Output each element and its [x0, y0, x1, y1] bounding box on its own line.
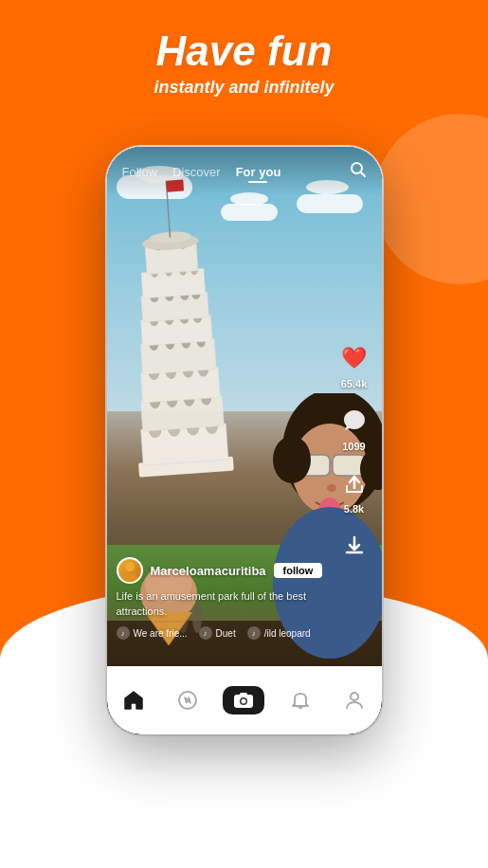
- tab-discover[interactable]: Discover: [172, 165, 221, 179]
- share-icon: [336, 465, 372, 501]
- phone-body: Follow Discover For you ❤️ 65.4k: [107, 147, 382, 734]
- camera-icon: [223, 686, 264, 714]
- svg-line-71: [360, 172, 365, 176]
- bell-icon: [289, 689, 312, 712]
- sound-label-2: Duet: [216, 628, 236, 639]
- sound-item-2[interactable]: ♪ Duet: [199, 626, 236, 640]
- phone-screen: Follow Discover For you ❤️ 65.4k: [107, 147, 382, 734]
- nav-discover[interactable]: [169, 689, 207, 712]
- home-icon: [122, 689, 145, 712]
- sound-icon-1: ♪: [117, 626, 130, 640]
- top-nav: Follow Discover For you: [107, 147, 382, 196]
- svg-rect-79: [240, 693, 247, 696]
- svg-point-73: [121, 573, 138, 582]
- svg-point-56: [273, 436, 311, 483]
- tab-follow[interactable]: Follow: [122, 165, 158, 179]
- sound-icon-2: ♪: [199, 626, 212, 640]
- heart-icon: ❤️: [336, 340, 372, 376]
- nav-profile[interactable]: [335, 689, 373, 712]
- nav-home[interactable]: [115, 689, 153, 712]
- follow-button[interactable]: follow: [274, 563, 323, 578]
- tower-svg: [126, 166, 249, 488]
- sound-label-3: /ild leopard: [264, 628, 311, 639]
- svg-point-51: [327, 484, 336, 492]
- sound-item-3[interactable]: ♪ /ild leopard: [247, 626, 311, 640]
- share-button[interactable]: 5.8k: [336, 465, 372, 515]
- nav-tabs: Follow Discover For you: [122, 165, 281, 179]
- nav-notifications[interactable]: [281, 689, 319, 712]
- comment-button[interactable]: 1099: [336, 403, 372, 452]
- svg-point-78: [242, 699, 246, 704]
- header-section: Have fun instantly and infinitely: [0, 28, 488, 98]
- user-row: Marceloamacuritiba follow: [117, 557, 330, 584]
- tower-container: [126, 166, 249, 492]
- compass-icon: [176, 689, 199, 712]
- sound-item-1[interactable]: ♪ We are frie...: [117, 626, 188, 640]
- username: Marceloamacuritiba: [151, 564, 266, 578]
- comment-icon: [336, 403, 372, 439]
- bottom-info: Marceloamacuritiba follow Life is an amu…: [117, 557, 330, 640]
- right-actions: ❤️ 65.4k 1099: [336, 340, 372, 564]
- like-count: 65.4k: [341, 378, 368, 389]
- bottom-nav: [107, 666, 382, 734]
- video-caption: Life is an amusement park full of the be…: [117, 589, 330, 619]
- like-button[interactable]: ❤️ 65.4k: [336, 340, 372, 389]
- tab-for-you[interactable]: For you: [236, 165, 281, 179]
- header-title: Have fun: [0, 28, 488, 74]
- phone-mockup: Follow Discover For you ❤️ 65.4k: [107, 147, 382, 734]
- svg-point-80: [351, 693, 358, 700]
- svg-marker-75: [184, 696, 191, 704]
- cloud-3: [297, 194, 363, 213]
- share-count: 5.8k: [344, 503, 364, 515]
- download-button[interactable]: [336, 528, 372, 564]
- download-icon: [336, 528, 372, 564]
- sound-icon-3: ♪: [247, 626, 261, 640]
- sound-row: ♪ We are frie... ♪ Duet ♪ /ild leopard: [117, 626, 330, 640]
- person-icon: [343, 689, 366, 712]
- sound-label-1: We are frie...: [134, 628, 188, 639]
- nav-camera[interactable]: [223, 686, 264, 714]
- svg-point-72: [125, 562, 135, 571]
- header-subtitle: instantly and infinitely: [0, 78, 488, 98]
- comment-count: 1099: [342, 441, 365, 452]
- search-icon[interactable]: [350, 161, 367, 183]
- avatar: [117, 557, 143, 584]
